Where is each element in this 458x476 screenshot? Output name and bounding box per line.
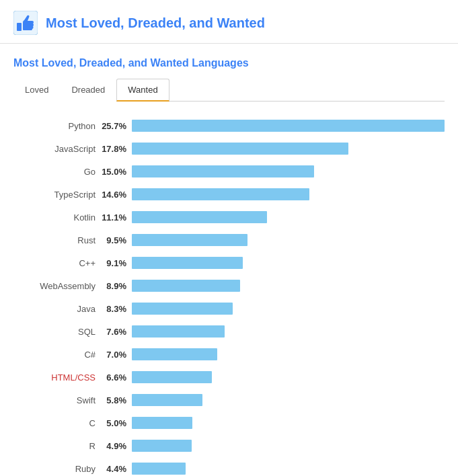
page-header: Most Loved, Dreaded, and Wanted bbox=[0, 0, 458, 44]
chart-bar bbox=[132, 440, 192, 452]
chart-row: C5.0% bbox=[13, 415, 445, 431]
chart-bar-container bbox=[132, 211, 445, 223]
chart-bar bbox=[132, 120, 445, 132]
chart-bar-container bbox=[132, 348, 445, 360]
chart-bar-container bbox=[132, 257, 445, 269]
chart-bar bbox=[132, 303, 233, 315]
chart-label: C bbox=[13, 418, 101, 428]
section-title: Most Loved, Dreaded, and Wanted Language… bbox=[13, 57, 445, 69]
chart-label: WebAssembly bbox=[13, 281, 101, 291]
chart-value: 25.7% bbox=[101, 121, 132, 131]
chart-value: 8.9% bbox=[101, 281, 132, 291]
chart-label: SQL bbox=[13, 327, 101, 337]
chart-bar-container bbox=[132, 440, 445, 452]
chart-value: 4.4% bbox=[101, 464, 132, 474]
chart-bar bbox=[132, 188, 309, 200]
chart-value: 9.5% bbox=[101, 235, 132, 245]
chart-value: 7.0% bbox=[101, 350, 132, 360]
svg-rect-1 bbox=[17, 23, 22, 31]
chart-value: 5.0% bbox=[101, 418, 132, 428]
page-title: Most Loved, Dreaded, and Wanted bbox=[46, 15, 265, 31]
chart-label: Ruby bbox=[13, 464, 101, 474]
chart-bar-container bbox=[132, 165, 445, 177]
chart-value: 5.8% bbox=[101, 395, 132, 405]
chart-bar bbox=[132, 325, 225, 338]
chart-row: Python25.7% bbox=[13, 118, 445, 134]
content-area: Most Loved, Dreaded, and Wanted Language… bbox=[0, 44, 458, 476]
chart-label: Python bbox=[13, 121, 101, 131]
chart-label: Kotlin bbox=[13, 212, 101, 223]
chart-row: Go15.0% bbox=[13, 163, 445, 180]
tab-loved[interactable]: Loved bbox=[13, 79, 60, 102]
chart-bar-container bbox=[132, 188, 445, 200]
chart-bar bbox=[132, 417, 192, 429]
chart-value: 11.1% bbox=[101, 212, 132, 223]
chart-row: SQL7.6% bbox=[13, 323, 445, 340]
chart-bar-container bbox=[132, 120, 445, 132]
chart-bar-container bbox=[132, 303, 445, 315]
chart-row: WebAssembly8.9% bbox=[13, 278, 445, 294]
chart-row: Ruby4.4% bbox=[13, 461, 445, 476]
chart-label: HTML/CSS bbox=[13, 372, 101, 383]
chart-value: 17.8% bbox=[101, 144, 132, 154]
chart-row: C++9.1% bbox=[13, 255, 445, 271]
chart-row: C#7.0% bbox=[13, 346, 445, 362]
chart-label: C# bbox=[13, 350, 101, 360]
chart-value: 6.6% bbox=[101, 372, 132, 383]
chart-label: Go bbox=[13, 167, 101, 177]
chart-bar bbox=[132, 165, 314, 177]
chart-bar bbox=[132, 280, 240, 292]
chart-bar bbox=[132, 211, 267, 223]
chart-bar bbox=[132, 371, 212, 383]
chart-bar bbox=[132, 257, 243, 269]
chart-bar-container bbox=[132, 394, 445, 406]
chart-label: R bbox=[13, 441, 101, 451]
chart-row: Rust9.5% bbox=[13, 232, 445, 248]
chart-value: 14.6% bbox=[101, 190, 132, 200]
chart-row: Kotlin11.1% bbox=[13, 209, 445, 225]
chart-bar-container bbox=[132, 371, 445, 383]
chart-row: HTML/CSS6.6% bbox=[13, 369, 445, 385]
chart-bar bbox=[132, 394, 202, 406]
chart-label: JavaScript bbox=[13, 144, 101, 154]
chart-label: Rust bbox=[13, 235, 101, 245]
tab-bar: Loved Dreaded Wanted bbox=[13, 79, 445, 102]
chart-bar-container bbox=[132, 234, 445, 246]
chart-row: Swift5.8% bbox=[13, 392, 445, 408]
chart-label: C++ bbox=[13, 258, 101, 268]
tab-wanted[interactable]: Wanted bbox=[116, 79, 169, 102]
chart-label: Swift bbox=[13, 395, 101, 405]
chart-bar bbox=[132, 234, 247, 246]
chart-row: TypeScript14.6% bbox=[13, 186, 445, 202]
chart-bar-container bbox=[132, 463, 445, 475]
tab-dreaded[interactable]: Dreaded bbox=[60, 79, 116, 102]
chart-bar-container bbox=[132, 325, 445, 338]
thumbs-up-icon bbox=[13, 11, 38, 35]
chart-bar-container bbox=[132, 280, 445, 292]
chart-value: 4.9% bbox=[101, 441, 132, 451]
chart-value: 8.3% bbox=[101, 304, 132, 314]
chart-bar bbox=[132, 143, 348, 155]
bar-chart: Python25.7%JavaScript17.8%Go15.0%TypeScr… bbox=[13, 115, 445, 476]
chart-label: TypeScript bbox=[13, 190, 101, 200]
chart-row: JavaScript17.8% bbox=[13, 141, 445, 157]
chart-value: 15.0% bbox=[101, 167, 132, 177]
chart-row: Java8.3% bbox=[13, 301, 445, 317]
chart-bar bbox=[132, 348, 217, 360]
chart-value: 7.6% bbox=[101, 327, 132, 337]
chart-bar bbox=[132, 463, 186, 475]
chart-label: Java bbox=[13, 304, 101, 314]
chart-bar-container bbox=[132, 143, 445, 155]
chart-row: R4.9% bbox=[13, 438, 445, 454]
chart-bar-container bbox=[132, 417, 445, 429]
chart-value: 9.1% bbox=[101, 258, 132, 268]
